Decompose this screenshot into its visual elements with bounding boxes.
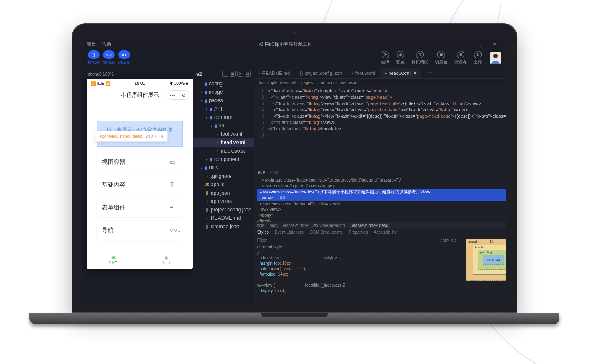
styles-panel[interactable]: :hov .cls + element.style {}.index-desc … xyxy=(254,236,464,306)
element-crumb[interactable]: wx-view.index xyxy=(283,223,309,228)
element-row[interactable]: ▸ <wx-view class="index-desc">以下将展示小程序官方… xyxy=(257,189,506,195)
styles-tab[interactable]: Styles xyxy=(257,230,269,235)
tree-folder[interactable]: ▸▮config xyxy=(193,79,254,88)
tab-component[interactable]: ⊞ 组件 xyxy=(87,252,140,269)
tab-api[interactable]: ▣ 接口 xyxy=(140,252,193,269)
breadcrumb-segment[interactable]: pages xyxy=(301,80,313,85)
element-row[interactable]: <wx-image class="index-logo" src="../res… xyxy=(257,177,506,183)
devtools-pane: 视图 日志 <wx-image class="index-logo" src="… xyxy=(254,169,506,306)
editor-tab[interactable]: ▪README.md xyxy=(254,68,295,78)
collapse-icon[interactable]: ⊟ xyxy=(245,71,251,77)
phone-icon: ▯ xyxy=(93,53,95,57)
new-folder-icon[interactable]: ▣ xyxy=(230,71,236,77)
devtools-tab-log[interactable]: 日志 xyxy=(270,170,278,176)
tool-switch-button[interactable]: ▣切后台 xyxy=(435,51,448,65)
debug-icon: ⫘ xyxy=(122,53,126,57)
styles-tab[interactable]: Properties xyxy=(349,230,368,235)
element-row[interactable]: view> == $0 xyxy=(257,195,506,201)
tree-root-label[interactable]: v2 xyxy=(196,71,202,77)
file-tree-pane: v2 + ▣ ⟳ ⊟ ▸▮config▸▮image▾▮pages▸▮API▾▮… xyxy=(193,68,254,306)
mode-simulator-button[interactable]: ▯ 模拟器 xyxy=(87,50,100,66)
tree-file[interactable]: {}sitemap.json xyxy=(193,222,254,231)
element-row[interactable]: </body> xyxy=(257,213,506,219)
grid-icon: ⊞ xyxy=(111,255,115,260)
tree-file[interactable]: {}app.json xyxy=(193,189,254,197)
tool-cache-button[interactable]: 🗑清缓存 xyxy=(454,51,467,65)
element-crumb[interactable]: wx-view.index-desc xyxy=(349,223,390,228)
breadcrumb-segment[interactable]: head.wxml xyxy=(338,80,358,85)
devtools-top-tabs: 视图 日志 xyxy=(254,169,506,177)
editor-tab[interactable]: {}project.config.json xyxy=(295,68,347,78)
tool-preview-button[interactable]: ◉预览 xyxy=(396,51,405,65)
element-crumb[interactable]: html xyxy=(257,223,265,228)
tool-upload-button[interactable]: ↥上传 xyxy=(474,51,482,65)
tree-file[interactable]: JSapp.js xyxy=(193,180,254,189)
mode-editor-button[interactable]: </> 编辑器 xyxy=(103,50,115,66)
tree-file[interactable]: ▪README.md xyxy=(193,214,254,222)
tool-remote-button[interactable]: ⇅真机调试 xyxy=(411,51,428,65)
tree-folder[interactable]: ▸▮API xyxy=(193,105,254,113)
styles-tab[interactable]: DOM Breakpoints xyxy=(310,230,343,235)
code-icon: </> xyxy=(106,53,112,57)
styles-tabs: StylesEvent ListenersDOM BreakpointsProp… xyxy=(254,229,506,236)
tree-folder[interactable]: ▸▮image xyxy=(193,88,254,96)
list-item[interactable]: 基础内容𝕋 xyxy=(97,175,183,195)
styles-tab[interactable]: Accessibility xyxy=(374,230,396,235)
phone-simulator[interactable]: 📶 IDE 📶 10:01 ✱ 100% ■ 小程序组件展示 ••• ⊙ xyxy=(87,79,193,269)
item-icon: 𝕋 xyxy=(170,181,178,189)
item-icon: ▭ xyxy=(170,158,178,166)
capsule-close-icon[interactable]: ⊙ xyxy=(178,92,189,98)
remote-icon: ⇅ xyxy=(416,51,424,58)
mode-debugger-button[interactable]: ⫘ 调试器 xyxy=(118,50,130,66)
elements-panel[interactable]: <wx-image class="index-logo" src="../res… xyxy=(254,177,506,222)
tree-folder[interactable]: ▸▮utils xyxy=(193,164,254,172)
tree-folder[interactable]: ▾▮pages xyxy=(193,96,254,105)
breadcrumb-segment[interactable]: common xyxy=(318,80,334,85)
menubar: 项目 帮助 v2-FinClip小程序开发工具 — ▢ ✕ xyxy=(82,40,506,48)
capsule-menu[interactable]: ••• ⊙ xyxy=(167,90,189,100)
list-item[interactable]: 视图容器▭ xyxy=(97,153,183,172)
editor-tab[interactable]: ▪head.wxml✕ xyxy=(380,68,421,78)
window-minimize-icon[interactable]: — xyxy=(464,42,468,47)
tree-file[interactable]: {}project.config.json xyxy=(193,206,254,214)
new-file-icon[interactable]: + xyxy=(222,71,228,77)
tree-folder[interactable]: ▸▮component xyxy=(193,155,254,164)
breadcrumb-segment[interactable]: fino-applet-demo-v2 xyxy=(259,80,297,85)
capsule-more-icon[interactable]: ••• xyxy=(167,92,178,98)
switch-icon: ▣ xyxy=(437,51,445,58)
tree-file[interactable]: ▪app.wxss xyxy=(193,197,254,206)
element-row[interactable]: resources/kind/logo.png"></wx-image> xyxy=(257,183,506,189)
menu-project[interactable]: 项目 xyxy=(87,41,96,47)
tree-folder[interactable]: ▸▮lib xyxy=(193,121,254,130)
window-maximize-icon[interactable]: ▢ xyxy=(478,42,482,47)
element-row[interactable]: </html> xyxy=(257,219,506,222)
element-row[interactable]: </wx-view> xyxy=(257,207,506,213)
code-editor[interactable]: 1<"tk-attr">class="tk-tag">template "tk-… xyxy=(254,86,506,169)
avatar[interactable] xyxy=(490,52,501,64)
close-icon[interactable]: ✕ xyxy=(413,71,416,75)
window-close-icon[interactable]: ✕ xyxy=(493,42,496,47)
tool-compile-button[interactable]: ⟳编译 xyxy=(381,51,390,65)
phone-nav-title: 小程序组件展示 xyxy=(121,91,159,99)
devtools-tab-view[interactable]: 视图 xyxy=(257,170,266,176)
element-crumb[interactable]: wx-view.index-hd xyxy=(313,223,345,228)
editor-tab[interactable]: ▪foot.wxml xyxy=(347,68,380,78)
list-item[interactable]: 导航○○○ xyxy=(97,221,183,240)
laptop-frame: 项目 帮助 v2-FinClip小程序开发工具 — ▢ ✕ ▯ 模拟器 </> xyxy=(72,23,517,317)
menu-help[interactable]: 帮助 xyxy=(102,41,111,47)
element-row[interactable]: ▸ <wx-view class="index-bd">…</wx-view> xyxy=(257,201,506,207)
phone-tabbar: ⊞ 组件 ▣ 接口 xyxy=(87,252,193,269)
styles-filter-tools[interactable]: :hov .cls + xyxy=(441,238,460,243)
tree-file[interactable]: ▪head.wxml xyxy=(193,138,254,147)
styles-tab[interactable]: Event Listeners xyxy=(275,230,304,235)
tree-file[interactable]: ▪index.wxss xyxy=(193,147,254,155)
list-item[interactable]: 表单组件≡ xyxy=(97,198,183,217)
tabs-more-icon[interactable]: ⋯ xyxy=(421,68,436,78)
window-title: v2-FinClip小程序开发工具 xyxy=(259,41,312,47)
tree-file[interactable]: ▪foot.wxml xyxy=(193,130,254,138)
refresh-icon[interactable]: ⟳ xyxy=(237,71,243,77)
styles-filter-input[interactable] xyxy=(257,238,441,243)
tree-file[interactable]: ▪.gitignore xyxy=(193,172,254,180)
tree-folder[interactable]: ▾▮common xyxy=(193,113,254,121)
element-crumb[interactable]: body xyxy=(270,223,279,228)
